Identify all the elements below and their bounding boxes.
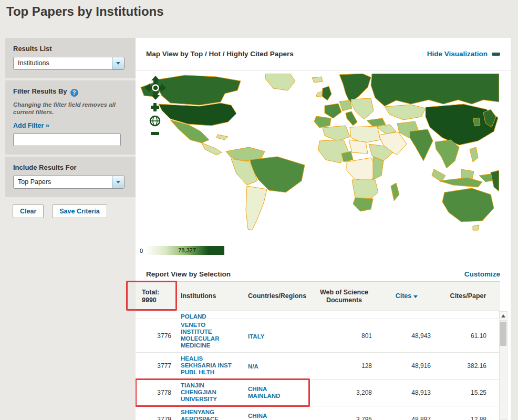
documents-value: 3,795 bbox=[312, 416, 376, 420]
map-view-title: Map View by Top / Hot / Highly Cited Pap… bbox=[146, 50, 294, 58]
filter-input[interactable] bbox=[13, 134, 121, 146]
filter-label-text: Filter Results By bbox=[13, 87, 67, 95]
globe-icon bbox=[150, 116, 160, 126]
table-row: 3777 HEALIS SEKHSARIA INST PUBL HLTH N/A… bbox=[136, 353, 500, 380]
country-link[interactable]: N/A bbox=[248, 363, 287, 370]
rank-cell: 3779 bbox=[136, 416, 179, 420]
rank-cell: 3776 bbox=[136, 332, 179, 340]
results-list-label: Results List bbox=[13, 45, 128, 53]
cites-value: 48,916 bbox=[376, 362, 437, 370]
documents-value: 3,208 bbox=[312, 389, 376, 396]
cites-sort-label: Cites bbox=[396, 292, 412, 300]
map-header: Map View by Top / Hot / Highly Cited Pap… bbox=[136, 38, 511, 70]
zoom-out-icon bbox=[151, 132, 159, 135]
cites-per-paper-value: 61.10 bbox=[437, 332, 499, 340]
cites-per-paper-value: 15.25 bbox=[437, 389, 499, 396]
table-row-highlighted: 3778 TIANJIN CHENGJIAN UNIVERSITY CHINA … bbox=[136, 380, 500, 406]
collapse-icon bbox=[492, 53, 500, 56]
map-legend: 0 78,327 bbox=[140, 246, 224, 255]
filter-note: Changing the filter field removes all cu… bbox=[13, 101, 121, 116]
table-body: POLAND 3776 VENETO INSTITUTE MOLECULAR M… bbox=[136, 311, 500, 420]
include-results-section: Include Results For Top Papers bbox=[5, 157, 136, 197]
total-label: Total: bbox=[142, 289, 179, 296]
map-pan-control[interactable] bbox=[145, 76, 166, 100]
filter-section: Filter Results By? Changing the filter f… bbox=[5, 80, 136, 155]
include-results-value: Top Papers bbox=[14, 176, 112, 188]
institution-link[interactable]: VENETO INSTITUTE MOLECULAR MEDICINE bbox=[181, 322, 234, 349]
col-header-cites-per-paper: Cites/Paper bbox=[437, 292, 499, 300]
results-list-dropdown[interactable]: Institutions bbox=[13, 57, 125, 70]
total-header-cell: Total: 9990 bbox=[136, 289, 179, 304]
map-region: 0 78,327 bbox=[136, 70, 511, 264]
rank-cell: 3777 bbox=[136, 362, 179, 370]
legend-gradient-bar: 78,327 bbox=[146, 246, 224, 255]
documents-value: 128 bbox=[312, 362, 376, 370]
include-results-label: Include Results For bbox=[13, 163, 128, 171]
col-header-institutions: Institutions bbox=[179, 292, 246, 300]
cites-per-paper-value: 382.16 bbox=[437, 362, 499, 370]
rank-cell: 3778 bbox=[136, 389, 179, 396]
results-list-section: Results List Institutions bbox=[5, 38, 136, 78]
report-header: Report View by Selection Customize bbox=[136, 264, 511, 281]
table-row-partial: POLAND bbox=[136, 311, 500, 319]
institution-link[interactable]: TIANJIN CHENGJIAN UNIVERSITY bbox=[181, 382, 234, 403]
table-row: 3776 VENETO INSTITUTE MOLECULAR MEDICINE… bbox=[136, 319, 500, 353]
institution-link[interactable]: POLAND bbox=[181, 313, 234, 319]
col-header-documents: Web of Science Documents bbox=[312, 289, 376, 304]
scroll-up-button[interactable] bbox=[500, 312, 507, 321]
clear-button[interactable]: Clear bbox=[13, 204, 44, 218]
main-panel: Map View by Top / Hot / Highly Cited Pap… bbox=[136, 38, 511, 420]
page-title: Top Papers by Institutions bbox=[6, 4, 164, 19]
hide-visualization-label: Hide Visualization bbox=[427, 50, 488, 58]
customize-link[interactable]: Customize bbox=[464, 270, 500, 278]
country-link[interactable]: CHINA MAINLAND bbox=[248, 386, 287, 399]
table-header-row: Total: 9990 Institutions Countries/Regio… bbox=[136, 281, 500, 311]
country-link[interactable]: CHINA MAINLAND bbox=[248, 413, 287, 420]
sort-caret-icon bbox=[413, 295, 418, 298]
results-list-value: Institutions bbox=[14, 57, 112, 69]
sidebar: Results List Institutions Filter Results… bbox=[5, 38, 136, 218]
documents-value: 801 bbox=[312, 332, 376, 340]
table-row: 3779 SHENYANG AEROSPACE UNIVERSITY CHINA… bbox=[136, 406, 500, 420]
country-link[interactable]: ITALY bbox=[248, 333, 287, 340]
legend-max-value: 78,327 bbox=[178, 247, 196, 253]
total-value: 9990 bbox=[142, 296, 179, 304]
chevron-down-icon bbox=[112, 57, 124, 69]
cites-value: 48,943 bbox=[376, 332, 437, 340]
report-view-title: Report View by Selection bbox=[146, 270, 231, 278]
institution-link[interactable]: SHENYANG AEROSPACE UNIVERSITY bbox=[181, 409, 234, 420]
arrow-up-icon bbox=[501, 314, 505, 317]
include-results-dropdown[interactable]: Top Papers bbox=[13, 176, 125, 189]
add-filter-link[interactable]: Add Filter » bbox=[13, 122, 49, 129]
table-scrollbar[interactable] bbox=[499, 311, 507, 420]
hide-visualization-link[interactable]: Hide Visualization bbox=[427, 50, 500, 58]
col-header-cites-sort[interactable]: Cites bbox=[376, 292, 437, 300]
filter-label: Filter Results By? bbox=[13, 87, 128, 97]
legend-min-value: 0 bbox=[140, 248, 143, 254]
col-header-countries: Countries/Regions bbox=[246, 292, 312, 300]
save-criteria-button[interactable]: Save Criteria bbox=[52, 204, 107, 218]
world-choropleth-map[interactable] bbox=[138, 74, 499, 247]
cites-value: 48,913 bbox=[376, 389, 437, 396]
scrollbar-thumb[interactable] bbox=[500, 322, 506, 346]
institution-link[interactable]: HEALIS SEKHSARIA INST PUBL HLTH bbox=[181, 355, 234, 376]
cites-value: 48,897 bbox=[376, 416, 437, 420]
sidebar-buttons: Clear Save Criteria bbox=[5, 204, 136, 218]
chevron-down-icon bbox=[112, 176, 124, 188]
help-icon[interactable]: ? bbox=[70, 89, 78, 97]
zoom-in-icon bbox=[151, 103, 159, 111]
map-zoom-controls[interactable] bbox=[149, 102, 161, 139]
cites-per-paper-value: 12.88 bbox=[437, 416, 499, 420]
